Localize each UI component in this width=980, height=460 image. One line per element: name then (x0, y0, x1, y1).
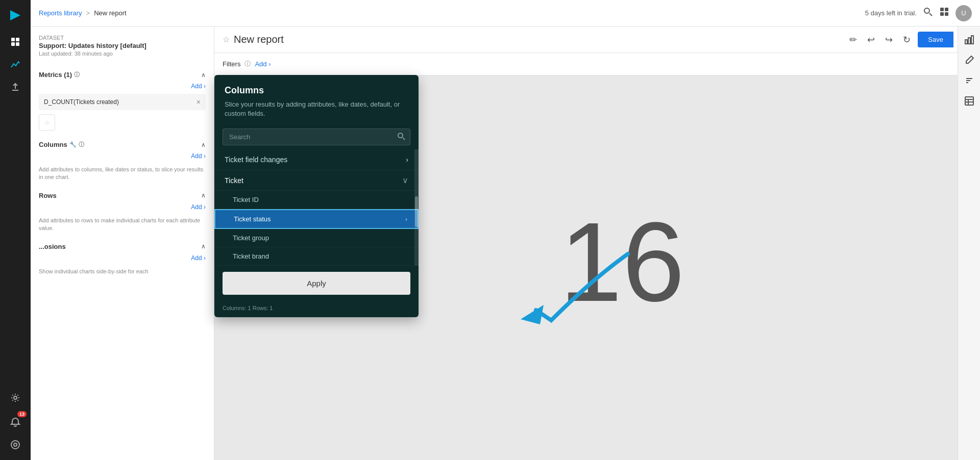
svg-rect-18 (965, 40, 967, 44)
metrics-collapse-icon[interactable]: ∧ (201, 71, 206, 79)
metric-chip: D_COUNT(Tickets created) × (39, 94, 206, 110)
columns-info-icon[interactable]: 🔧 (69, 141, 77, 148)
scrollbar-track[interactable] (414, 149, 419, 266)
columns-info2-icon[interactable]: ⓘ (79, 141, 84, 148)
metric-chip-remove-button[interactable]: × (197, 98, 201, 106)
chart-icon[interactable] (960, 31, 978, 49)
redo-icon[interactable]: ↪ (882, 31, 896, 48)
svg-line-10 (929, 13, 932, 16)
metric-chip-label: D_COUNT(Tickets created) (44, 98, 119, 106)
filters-add-button[interactable]: Add › (255, 60, 271, 68)
nav-icon-upload[interactable] (6, 78, 24, 96)
ticket-status-chevron-icon: › (405, 215, 407, 223)
svg-rect-11 (940, 8, 944, 11)
report-toolbar-right: ✏ ↩ ↪ ↻ Save ▾ (846, 31, 972, 48)
svg-rect-2 (16, 38, 19, 41)
rows-collapse-icon[interactable]: ∧ (201, 192, 206, 199)
ticket-chevron-down-icon: ∨ (402, 175, 408, 185)
breadcrumb-current: New report (94, 9, 127, 17)
nav-icon-analytics[interactable] (6, 55, 24, 73)
columns-add-button[interactable]: Add › (191, 152, 206, 160)
dataset-name: Support: Updates history [default] (39, 42, 206, 49)
edit-icon[interactable]: ✏ (846, 31, 860, 48)
nav-icon-notifications[interactable]: 13 (6, 413, 24, 431)
content-area: Dataset Support: Updates history [defaul… (31, 27, 980, 460)
rows-add-button[interactable]: Add › (191, 203, 206, 211)
sub-item-ticket-id[interactable]: Ticket ID (214, 191, 419, 209)
svg-rect-20 (971, 36, 973, 44)
list-item-ticket-field-changes[interactable]: Ticket field changes › (214, 149, 419, 170)
refresh-icon[interactable]: ↻ (900, 31, 914, 48)
pen-icon[interactable] (960, 51, 978, 69)
svg-rect-24 (965, 97, 973, 105)
columns-collapse-icon[interactable]: ∧ (201, 141, 206, 148)
dataset-label: Dataset (39, 35, 206, 41)
nav-icon-settings[interactable] (6, 389, 24, 407)
sub-item-ticket-group[interactable]: Ticket group (214, 229, 419, 247)
panel-header: Columns Slice your results by adding att… (214, 75, 419, 124)
svg-marker-0 (10, 10, 20, 20)
search-icon[interactable] (923, 7, 933, 19)
app-logo[interactable] (6, 6, 24, 24)
ticket-expanded-header[interactable]: Ticket ∨ (214, 170, 419, 191)
svg-point-6 (14, 396, 17, 399)
top-bar: Reports library > New report 5 days left… (31, 0, 980, 27)
favorite-icon[interactable]: ☆ (223, 35, 230, 44)
metrics-add-button[interactable]: Add › (191, 83, 206, 90)
undo-icon[interactable]: ↩ (864, 31, 878, 48)
breadcrumb-reports-link[interactable]: Reports library (39, 9, 82, 17)
grid-icon[interactable] (939, 7, 949, 19)
svg-point-16 (398, 133, 403, 138)
panel-search (223, 129, 410, 145)
nav-icon-dashboard[interactable] (6, 33, 24, 51)
breadcrumb-separator: > (86, 9, 90, 17)
columns-section-header: Columns 🔧 ⓘ ∧ (39, 141, 206, 148)
right-panel (958, 27, 980, 460)
metric-chip-empty: ○ (39, 114, 55, 131)
nav-icon-support[interactable] (6, 436, 24, 454)
rows-section-header: Rows ∧ (39, 192, 206, 199)
topbar-right: 5 days left in trial. U (865, 5, 972, 21)
save-button[interactable]: Save (918, 32, 953, 47)
svg-rect-3 (11, 42, 15, 46)
dataset-updated: Last updated: 38 minutes ago (39, 50, 206, 57)
svg-rect-12 (945, 8, 948, 11)
trial-text: 5 days left in trial. (865, 9, 917, 17)
report-title-area: ☆ New report (223, 34, 284, 45)
big-number-display: 16 (560, 206, 685, 318)
table-icon[interactable] (960, 92, 978, 110)
report-toolbar: ☆ New report ✏ ↩ ↪ ↻ Save ▾ (214, 27, 980, 53)
panel-list: Ticket field changes › Ticket ∨ Ticket I… (214, 149, 419, 266)
panel-footer: Columns: 1 Rows: 1 (214, 301, 419, 317)
left-navigation: 13 (0, 0, 31, 460)
explosions-desc: Show individual charts side-by-side for … (39, 268, 206, 275)
report-title: New report (234, 34, 284, 45)
breadcrumb: Reports library > New report (39, 9, 127, 17)
rows-title: Rows (39, 192, 57, 199)
apply-button[interactable]: Apply (223, 272, 410, 295)
filters-info-icon[interactable]: ⓘ (244, 60, 251, 68)
explosions-section-header: ...osions ∧ (39, 243, 206, 250)
panel-title: Columns (225, 85, 408, 96)
sub-item-ticket-brand[interactable]: Ticket brand (214, 247, 419, 266)
explosions-add-button[interactable]: Add › (191, 254, 206, 262)
metrics-section-header: Metrics (1) ⓘ ∧ (39, 71, 206, 79)
explosions-collapse-icon[interactable]: ∧ (201, 243, 206, 250)
ticket-field-changes-chevron-icon: › (406, 156, 408, 164)
columns-title: Columns 🔧 ⓘ (39, 141, 84, 148)
rows-count: Rows: 1 (253, 305, 273, 311)
panel-desc: Slice your results by adding attributes,… (225, 100, 408, 118)
filters-label: Filters (223, 60, 240, 68)
filters-bar: Filters ⓘ Add › (214, 53, 980, 75)
svg-rect-14 (945, 12, 948, 16)
svg-rect-4 (16, 42, 19, 46)
explosions-title: ...osions (39, 243, 66, 250)
scrollbar-thumb[interactable] (415, 196, 418, 227)
sub-item-ticket-status[interactable]: Ticket status › (214, 209, 419, 229)
sort-icon[interactable] (960, 71, 978, 90)
columns-desc: Add attributes to columns, like dates or… (39, 166, 206, 182)
user-avatar[interactable]: U (955, 5, 972, 21)
search-input[interactable] (223, 129, 410, 145)
metrics-info-icon[interactable]: ⓘ (74, 71, 80, 79)
svg-line-17 (403, 138, 405, 140)
